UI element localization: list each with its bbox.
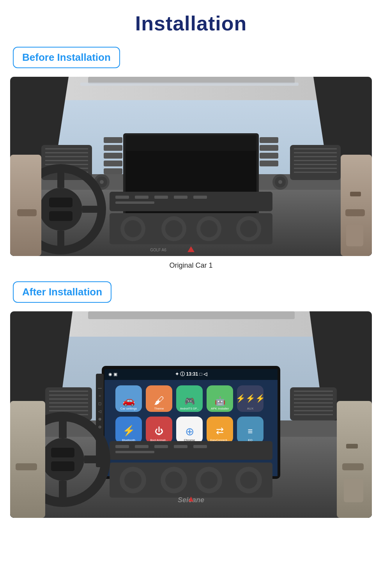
svg-text:⊕: ⊕ [185, 426, 194, 438]
svg-text:○: ○ [99, 394, 101, 398]
svg-text:GOLF A6: GOLF A6 [150, 248, 166, 252]
svg-point-154 [165, 471, 182, 489]
svg-rect-170 [342, 463, 364, 470]
svg-text:≡: ≡ [248, 426, 253, 436]
svg-text:⚡: ⚡ [122, 424, 135, 437]
svg-rect-33 [260, 145, 278, 151]
svg-rect-44 [135, 196, 149, 199]
svg-point-57 [240, 220, 257, 237]
svg-rect-71 [350, 192, 361, 196]
before-section: Before Installation [0, 47, 382, 281]
svg-rect-167 [51, 448, 74, 457]
after-label: After Installation [13, 281, 111, 303]
svg-rect-173 [10, 401, 45, 518]
svg-text:AUX: AUX [247, 407, 254, 410]
svg-text:⚡⚡⚡: ⚡⚡⚡ [236, 394, 265, 403]
svg-rect-147 [174, 445, 187, 448]
svg-rect-168 [51, 461, 74, 471]
svg-rect-28 [104, 145, 122, 151]
svg-rect-171 [344, 479, 363, 502]
svg-text:⇄: ⇄ [216, 426, 224, 436]
svg-text:◉  ▣: ◉ ▣ [108, 372, 117, 376]
svg-point-152 [124, 471, 141, 489]
svg-rect-47 [193, 196, 207, 199]
svg-text:Boot Animati...: Boot Animati... [150, 439, 168, 441]
svg-point-55 [200, 220, 218, 237]
svg-rect-27 [104, 137, 122, 143]
svg-text:🚗: 🚗 [122, 394, 135, 407]
svg-rect-67 [49, 211, 73, 221]
after-section: After Installation [0, 281, 382, 518]
svg-point-41 [278, 180, 282, 184]
svg-rect-149 [115, 451, 154, 453]
svg-text:APK Installer: APK Installer [211, 407, 229, 410]
svg-rect-30 [104, 161, 122, 166]
svg-rect-31 [104, 168, 122, 174]
svg-text:🎮: 🎮 [184, 396, 195, 406]
svg-rect-144 [115, 445, 129, 448]
svg-rect-69 [345, 209, 365, 216]
svg-rect-76 [88, 311, 295, 319]
before-car-image: GOLF A6 [10, 77, 372, 256]
svg-rect-73 [17, 209, 37, 216]
svg-text:AndroiITS GP...: AndroiITS GP... [180, 407, 199, 410]
svg-text:⊕: ⊕ [98, 417, 101, 421]
page-title: Installation [135, 12, 247, 35]
svg-rect-148 [193, 445, 207, 448]
svg-text:🤖: 🤖 [215, 396, 226, 406]
svg-text:Theme: Theme [154, 407, 164, 410]
after-car-image: ◉ ▣ ✦ ⓘ 13:31 □ ◁ 🚗 Car settings 🖌 Theme… [10, 311, 372, 518]
svg-point-38 [100, 180, 104, 184]
svg-rect-16 [290, 145, 341, 180]
svg-rect-35 [260, 161, 278, 166]
svg-rect-3 [80, 83, 299, 86]
svg-rect-146 [154, 445, 168, 448]
before-label: Before Installation [13, 47, 120, 68]
svg-point-156 [200, 471, 218, 489]
svg-rect-43 [115, 196, 129, 199]
svg-rect-45 [154, 196, 168, 199]
svg-text:◁: ◁ [98, 409, 101, 413]
svg-point-51 [124, 220, 141, 237]
svg-rect-66 [49, 198, 73, 207]
svg-text:Car settings: Car settings [120, 407, 137, 410]
svg-rect-26 [126, 135, 256, 151]
svg-rect-34 [260, 153, 278, 159]
svg-text:◻: ◻ [98, 401, 101, 406]
svg-rect-145 [135, 445, 149, 448]
svg-rect-72 [10, 155, 41, 256]
svg-point-53 [165, 220, 182, 237]
svg-point-158 [240, 471, 257, 489]
svg-point-162 [41, 438, 84, 481]
svg-rect-174 [16, 463, 37, 470]
svg-rect-89 [290, 387, 337, 420]
svg-rect-29 [104, 153, 122, 159]
svg-text:🖌: 🖌 [154, 395, 164, 406]
svg-rect-70 [346, 225, 363, 246]
svg-rect-46 [174, 196, 187, 199]
svg-rect-32 [260, 137, 278, 143]
svg-rect-143 [110, 441, 272, 460]
svg-text:⏻: ⏻ [155, 426, 163, 436]
svg-rect-172 [346, 444, 358, 449]
svg-point-61 [39, 188, 82, 231]
svg-text:—: — [98, 386, 102, 390]
svg-text:✦ ⓘ 13:31  □  ◁: ✦ ⓘ 13:31 □ ◁ [175, 371, 207, 377]
before-caption: Original Car 1 [0, 261, 382, 270]
svg-rect-48 [115, 201, 154, 204]
